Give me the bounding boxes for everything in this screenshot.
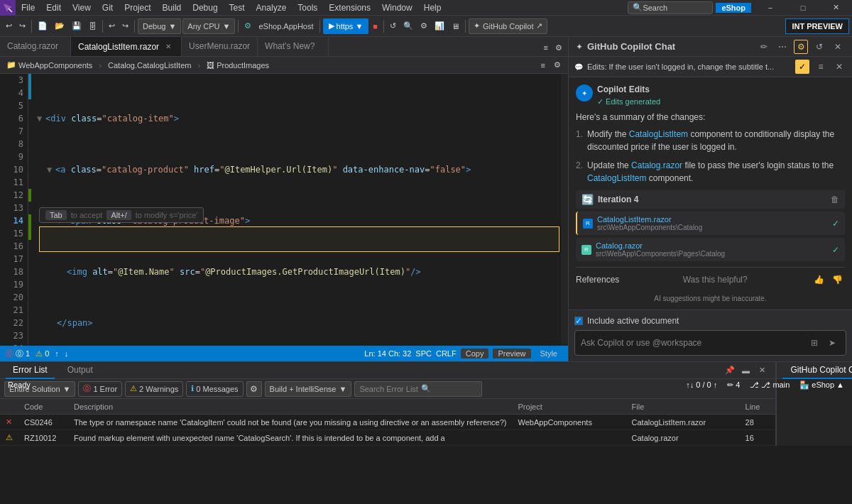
panel-minimize-button[interactable]: ▬ — [739, 363, 753, 378]
thumbs-down-button[interactable]: 👎 — [829, 272, 845, 287]
apphost-label[interactable]: eShop.AppHost — [256, 18, 316, 35]
minimize-button[interactable]: − — [754, 0, 787, 16]
close-button[interactable]: ✕ — [819, 0, 852, 16]
bottom-tab-copilot[interactable]: GitHub Copilot Chat — [782, 362, 852, 379]
toolbar-btn-10[interactable]: 🖥 — [449, 18, 462, 35]
tab-whats-new[interactable]: What's New? — [258, 37, 329, 56]
toolbar-btn-7[interactable]: 🔍 — [400, 18, 416, 35]
status-pencil[interactable]: ✏ 4 — [725, 380, 742, 390]
search-box[interactable]: 🔍 Search — [628, 1, 713, 14]
copy-button[interactable]: Copy — [461, 349, 489, 358]
stop-button[interactable]: ■ — [370, 18, 381, 35]
github-copilot-button[interactable]: ✦ GitHub Copilot ↗ — [469, 18, 548, 34]
col-description[interactable]: Description — [68, 402, 513, 411]
menu-git[interactable]: Git — [97, 0, 119, 16]
status-nav[interactable]: ↑↓ 0 / 0 ↑ — [684, 380, 719, 390]
menu-edit[interactable]: Edit — [40, 0, 67, 16]
path-cataloglistitem[interactable]: Catalog.CatalogListItem — [106, 61, 193, 70]
warning-row-rz10012[interactable]: ⚠ RZ10012 Found markup element with unex… — [0, 430, 775, 446]
toolbar-btn-9[interactable]: 📊 — [432, 18, 447, 35]
col-file[interactable]: File — [626, 402, 740, 411]
maximize-button[interactable]: □ — [787, 0, 819, 16]
menu-debug[interactable]: Debug — [187, 0, 223, 16]
up-arrow-icon[interactable]: ↑ — [55, 349, 59, 358]
hint-alt-label[interactable]: Alt+/ — [106, 210, 131, 220]
copilot-link-cataloglistitem-1[interactable]: CatalogListItem — [629, 129, 688, 139]
copilot-close-button[interactable]: ✕ — [831, 40, 845, 54]
iteration-trash-icon[interactable]: 🗑 — [831, 195, 839, 204]
tab-list-button[interactable]: ≡ — [541, 39, 551, 56]
message-count-badge[interactable]: ℹ 0 Messages — [186, 381, 243, 397]
status-branch[interactable]: ⎇ ⎇ main — [748, 380, 792, 390]
file-ref-catalog-razor[interactable]: R Catalog.razor src\WebApp\Components\Pa… — [576, 238, 845, 261]
menu-extensions[interactable]: Extensions — [323, 0, 376, 16]
menu-window[interactable]: Window — [376, 0, 418, 16]
path-bar-settings[interactable]: ≡ — [538, 57, 548, 74]
tab-output[interactable]: Output — [60, 362, 100, 379]
redo-button[interactable]: ↪ — [119, 18, 131, 35]
status-eshop[interactable]: 🏪 eShop ▲ — [797, 380, 846, 390]
copilot-refresh-button[interactable]: ↺ — [812, 40, 826, 54]
panel-close-button[interactable]: ✕ — [755, 363, 770, 378]
copilot-apply-button[interactable]: ✓ — [795, 60, 809, 74]
path-productimages[interactable]: 🖼 ProductImages — [204, 61, 271, 70]
copilot-history-button[interactable]: ⋯ — [775, 40, 790, 54]
menu-analyze[interactable]: Analyze — [251, 0, 293, 16]
references-label[interactable]: References — [576, 275, 619, 285]
save-button[interactable]: 💾 — [69, 18, 84, 35]
file-ref-cataloglistitem[interactable]: R CatalogListItem.razor src\WebAppCompon… — [576, 212, 845, 235]
warning-count-badge[interactable]: ⚠ 2 Warnings — [125, 381, 183, 397]
copilot-close-bar-button[interactable]: ✕ — [832, 60, 846, 74]
build-dropdown[interactable]: Build + IntelliSense ▼ — [265, 381, 352, 397]
thumbs-up-button[interactable]: 👍 — [811, 272, 826, 287]
hint-tab-label[interactable]: Tab — [45, 210, 67, 220]
restart-button[interactable]: ↺ — [387, 18, 399, 35]
forward-button[interactable]: ↪ — [16, 18, 28, 35]
search-error-input[interactable]: Search Error List 🔍 — [354, 381, 482, 397]
menu-project[interactable]: Project — [119, 0, 156, 16]
editor-scrollbar[interactable] — [561, 74, 568, 346]
error-row-cs0246[interactable]: ✕ CS0246 The type or namespace name 'Cat… — [0, 415, 775, 430]
back-button[interactable]: ↩ — [3, 18, 15, 35]
path-webappcomponents[interactable]: 📁 WebAppComponents — [4, 60, 94, 70]
int-preview-button[interactable]: INT PREVIEW — [785, 18, 849, 34]
path-bar-expand[interactable]: ⚙ — [551, 57, 564, 74]
save-all-button[interactable]: 🗄 — [86, 18, 99, 35]
copilot-body[interactable]: ✦ Copilot Edits ✓ Edits generated Here's… — [569, 77, 852, 309]
style-button[interactable]: Style — [535, 349, 562, 358]
undo-button[interactable]: ↩ — [106, 18, 118, 35]
menu-build[interactable]: Build — [157, 0, 187, 16]
down-arrow-icon[interactable]: ↓ — [65, 349, 69, 358]
error-filter-icon[interactable]: ⚙ — [246, 381, 262, 397]
platform-dropdown[interactable]: Any CPU ▼ — [182, 18, 235, 34]
menu-test[interactable]: Test — [224, 0, 251, 16]
tab-catalog-razor[interactable]: Catalog.razor — [0, 37, 71, 56]
toolbar-btn-8[interactable]: ⚙ — [417, 18, 430, 35]
iteration-ref[interactable]: 🔄 Iteration 4 🗑 — [576, 190, 845, 209]
run-button[interactable]: ▶ https ▼ — [323, 18, 369, 34]
copilot-send-button[interactable]: ➤ — [824, 335, 840, 351]
panel-pin-button[interactable]: 📌 — [723, 363, 737, 378]
collapse-4[interactable]: ▼ — [47, 163, 55, 176]
collapse-3[interactable]: ▼ — [37, 112, 45, 125]
config-dropdown[interactable]: Debug ▼ — [138, 18, 181, 34]
preview-button[interactable]: Preview — [493, 349, 530, 358]
error-count-badge[interactable]: ⓪ 1 Error — [78, 381, 122, 397]
tab-usermenu-razor[interactable]: UserMenu.razor — [182, 37, 258, 56]
copilot-input-row[interactable]: Ask Copilot or use @workspace ⊞ ➤ — [574, 330, 846, 356]
copilot-link-catalog-razor[interactable]: Catalog.razor — [631, 160, 682, 170]
tab-error-list[interactable]: Error List — [6, 362, 55, 379]
error-table[interactable]: Code Description Project File Line ✕ CS0… — [0, 399, 775, 446]
status-ready[interactable]: Ready — [6, 380, 33, 389]
copilot-settings-button[interactable]: ⚙ — [794, 40, 808, 54]
include-active-doc-checkbox[interactable]: ✓ — [574, 317, 583, 325]
tab-cataloglistitem-close-icon[interactable]: ✕ — [163, 41, 174, 53]
editor-area[interactable]: Tab to accept Alt+/ to modify s='price' … — [0, 74, 568, 346]
menu-help[interactable]: Help — [418, 0, 447, 16]
menu-view[interactable]: View — [67, 0, 97, 16]
tab-cataloglistitem-razor[interactable]: CatalogListItem.razor ✕ — [71, 37, 182, 56]
copilot-link-cataloglistitem-2[interactable]: CatalogListItem — [587, 173, 646, 183]
col-code[interactable]: Code — [18, 402, 68, 411]
copilot-compose-button[interactable]: ✏ — [757, 40, 771, 54]
new-file-button[interactable]: 📄 — [35, 18, 50, 35]
